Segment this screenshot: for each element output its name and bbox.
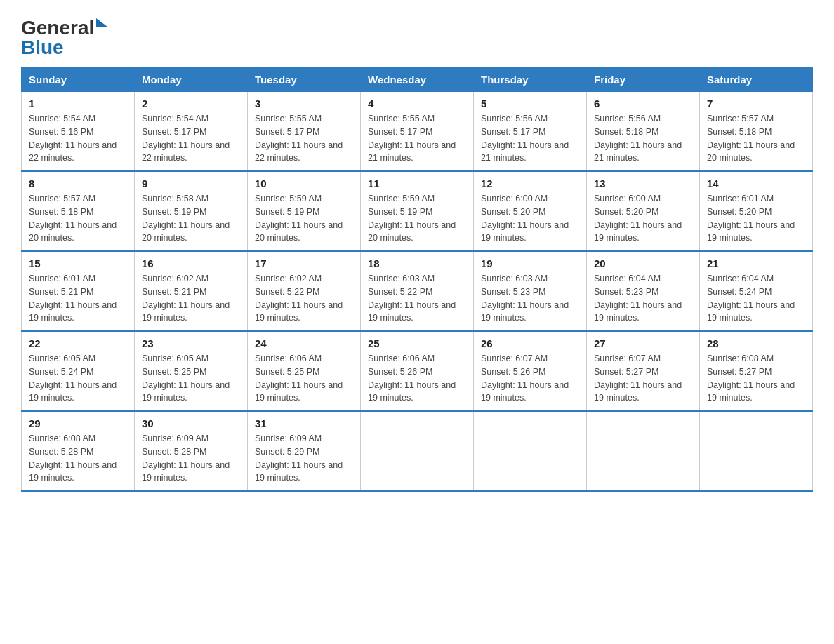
calendar-cell: 4Sunrise: 5:55 AMSunset: 5:17 PMDaylight… — [361, 92, 474, 172]
day-info: Sunrise: 5:54 AMSunset: 5:16 PMDaylight:… — [29, 112, 127, 165]
day-info: Sunrise: 5:55 AMSunset: 5:17 PMDaylight:… — [255, 112, 353, 165]
calendar-cell: 1Sunrise: 5:54 AMSunset: 5:16 PMDaylight… — [22, 92, 135, 172]
day-info: Sunrise: 5:58 AMSunset: 5:19 PMDaylight:… — [142, 192, 240, 245]
calendar-cell: 29Sunrise: 6:08 AMSunset: 5:28 PMDayligh… — [22, 411, 135, 491]
calendar-cell: 9Sunrise: 5:58 AMSunset: 5:19 PMDaylight… — [135, 171, 248, 251]
calendar-cell: 17Sunrise: 6:02 AMSunset: 5:22 PMDayligh… — [248, 251, 361, 331]
calendar-header-row: SundayMondayTuesdayWednesdayThursdayFrid… — [22, 68, 813, 92]
day-info: Sunrise: 6:06 AMSunset: 5:25 PMDaylight:… — [255, 352, 353, 405]
calendar-header-monday: Monday — [135, 68, 248, 92]
day-number: 10 — [255, 177, 353, 189]
day-number: 5 — [481, 98, 579, 109]
calendar-cell: 18Sunrise: 6:03 AMSunset: 5:22 PMDayligh… — [361, 251, 474, 331]
calendar-week-row: 29Sunrise: 6:08 AMSunset: 5:28 PMDayligh… — [22, 411, 813, 491]
calendar-header-friday: Friday — [587, 68, 700, 92]
day-number: 7 — [707, 98, 805, 109]
day-info: Sunrise: 5:57 AMSunset: 5:18 PMDaylight:… — [29, 192, 127, 245]
day-info: Sunrise: 6:07 AMSunset: 5:27 PMDaylight:… — [594, 352, 692, 405]
day-info: Sunrise: 5:55 AMSunset: 5:17 PMDaylight:… — [368, 112, 466, 165]
calendar-cell: 26Sunrise: 6:07 AMSunset: 5:26 PMDayligh… — [474, 331, 587, 411]
day-number: 22 — [29, 337, 127, 349]
calendar-cell: 31Sunrise: 6:09 AMSunset: 5:29 PMDayligh… — [248, 411, 361, 491]
calendar-cell: 24Sunrise: 6:06 AMSunset: 5:25 PMDayligh… — [248, 331, 361, 411]
day-number: 20 — [594, 257, 692, 269]
day-number: 31 — [255, 417, 353, 429]
calendar-cell: 15Sunrise: 6:01 AMSunset: 5:21 PMDayligh… — [22, 251, 135, 331]
calendar-header-sunday: Sunday — [22, 68, 135, 92]
day-number: 6 — [594, 98, 692, 109]
calendar-header-tuesday: Tuesday — [248, 68, 361, 92]
day-info: Sunrise: 6:08 AMSunset: 5:28 PMDaylight:… — [29, 432, 127, 485]
calendar-cell: 25Sunrise: 6:06 AMSunset: 5:26 PMDayligh… — [361, 331, 474, 411]
day-number: 23 — [142, 337, 240, 349]
day-info: Sunrise: 6:04 AMSunset: 5:23 PMDaylight:… — [594, 272, 692, 325]
calendar-cell: 6Sunrise: 5:56 AMSunset: 5:18 PMDaylight… — [587, 92, 700, 172]
calendar-cell: 13Sunrise: 6:00 AMSunset: 5:20 PMDayligh… — [587, 171, 700, 251]
day-info: Sunrise: 6:02 AMSunset: 5:22 PMDaylight:… — [255, 272, 353, 325]
day-info: Sunrise: 5:56 AMSunset: 5:18 PMDaylight:… — [594, 112, 692, 165]
day-info: Sunrise: 6:04 AMSunset: 5:24 PMDaylight:… — [707, 272, 805, 325]
calendar-cell: 27Sunrise: 6:07 AMSunset: 5:27 PMDayligh… — [587, 331, 700, 411]
calendar-header-saturday: Saturday — [700, 68, 813, 92]
calendar-cell: 30Sunrise: 6:09 AMSunset: 5:28 PMDayligh… — [135, 411, 248, 491]
day-number: 25 — [368, 337, 466, 349]
calendar-cell: 8Sunrise: 5:57 AMSunset: 5:18 PMDaylight… — [22, 171, 135, 251]
calendar-cell: 21Sunrise: 6:04 AMSunset: 5:24 PMDayligh… — [700, 251, 813, 331]
day-number: 29 — [29, 417, 127, 429]
calendar-cell — [587, 411, 700, 491]
calendar-cell: 16Sunrise: 6:02 AMSunset: 5:21 PMDayligh… — [135, 251, 248, 331]
calendar-cell: 20Sunrise: 6:04 AMSunset: 5:23 PMDayligh… — [587, 251, 700, 331]
calendar-cell: 22Sunrise: 6:05 AMSunset: 5:24 PMDayligh… — [22, 331, 135, 411]
day-info: Sunrise: 5:59 AMSunset: 5:19 PMDaylight:… — [368, 192, 466, 245]
logo-blue: Blue — [21, 36, 107, 59]
day-info: Sunrise: 5:57 AMSunset: 5:18 PMDaylight:… — [707, 112, 805, 165]
day-number: 4 — [368, 98, 466, 109]
day-number: 27 — [594, 337, 692, 349]
calendar-table: SundayMondayTuesdayWednesdayThursdayFrid… — [21, 67, 813, 492]
day-number: 18 — [368, 257, 466, 269]
day-info: Sunrise: 6:01 AMSunset: 5:21 PMDaylight:… — [29, 272, 127, 325]
logo: General Blue — [21, 17, 107, 59]
day-number: 28 — [707, 337, 805, 349]
day-info: Sunrise: 6:00 AMSunset: 5:20 PMDaylight:… — [481, 192, 579, 245]
day-info: Sunrise: 6:08 AMSunset: 5:27 PMDaylight:… — [707, 352, 805, 405]
day-info: Sunrise: 6:00 AMSunset: 5:20 PMDaylight:… — [594, 192, 692, 245]
day-info: Sunrise: 6:03 AMSunset: 5:22 PMDaylight:… — [368, 272, 466, 325]
day-number: 11 — [368, 177, 466, 189]
calendar-cell: 23Sunrise: 6:05 AMSunset: 5:25 PMDayligh… — [135, 331, 248, 411]
day-info: Sunrise: 6:09 AMSunset: 5:28 PMDaylight:… — [142, 432, 240, 485]
day-info: Sunrise: 5:54 AMSunset: 5:17 PMDaylight:… — [142, 112, 240, 165]
day-number: 2 — [142, 98, 240, 109]
calendar-cell: 14Sunrise: 6:01 AMSunset: 5:20 PMDayligh… — [700, 171, 813, 251]
calendar-cell: 5Sunrise: 5:56 AMSunset: 5:17 PMDaylight… — [474, 92, 587, 172]
day-number: 3 — [255, 98, 353, 109]
calendar-cell: 7Sunrise: 5:57 AMSunset: 5:18 PMDaylight… — [700, 92, 813, 172]
calendar-cell: 28Sunrise: 6:08 AMSunset: 5:27 PMDayligh… — [700, 331, 813, 411]
day-number: 12 — [481, 177, 579, 189]
day-info: Sunrise: 5:59 AMSunset: 5:19 PMDaylight:… — [255, 192, 353, 245]
calendar-cell: 11Sunrise: 5:59 AMSunset: 5:19 PMDayligh… — [361, 171, 474, 251]
day-number: 14 — [707, 177, 805, 189]
day-number: 19 — [481, 257, 579, 269]
calendar-header-thursday: Thursday — [474, 68, 587, 92]
day-info: Sunrise: 6:07 AMSunset: 5:26 PMDaylight:… — [481, 352, 579, 405]
day-number: 9 — [142, 177, 240, 189]
day-number: 21 — [707, 257, 805, 269]
day-info: Sunrise: 6:01 AMSunset: 5:20 PMDaylight:… — [707, 192, 805, 245]
day-number: 17 — [255, 257, 353, 269]
calendar-header-wednesday: Wednesday — [361, 68, 474, 92]
day-info: Sunrise: 5:56 AMSunset: 5:17 PMDaylight:… — [481, 112, 579, 165]
calendar-week-row: 22Sunrise: 6:05 AMSunset: 5:24 PMDayligh… — [22, 331, 813, 411]
calendar-cell: 3Sunrise: 5:55 AMSunset: 5:17 PMDaylight… — [248, 92, 361, 172]
calendar-cell: 19Sunrise: 6:03 AMSunset: 5:23 PMDayligh… — [474, 251, 587, 331]
day-number: 15 — [29, 257, 127, 269]
calendar-week-row: 1Sunrise: 5:54 AMSunset: 5:16 PMDaylight… — [22, 92, 813, 172]
day-number: 24 — [255, 337, 353, 349]
calendar-cell: 12Sunrise: 6:00 AMSunset: 5:20 PMDayligh… — [474, 171, 587, 251]
day-number: 16 — [142, 257, 240, 269]
day-info: Sunrise: 6:02 AMSunset: 5:21 PMDaylight:… — [142, 272, 240, 325]
day-number: 8 — [29, 177, 127, 189]
calendar-cell — [361, 411, 474, 491]
page-header: General Blue — [21, 17, 813, 59]
calendar-cell: 2Sunrise: 5:54 AMSunset: 5:17 PMDaylight… — [135, 92, 248, 172]
